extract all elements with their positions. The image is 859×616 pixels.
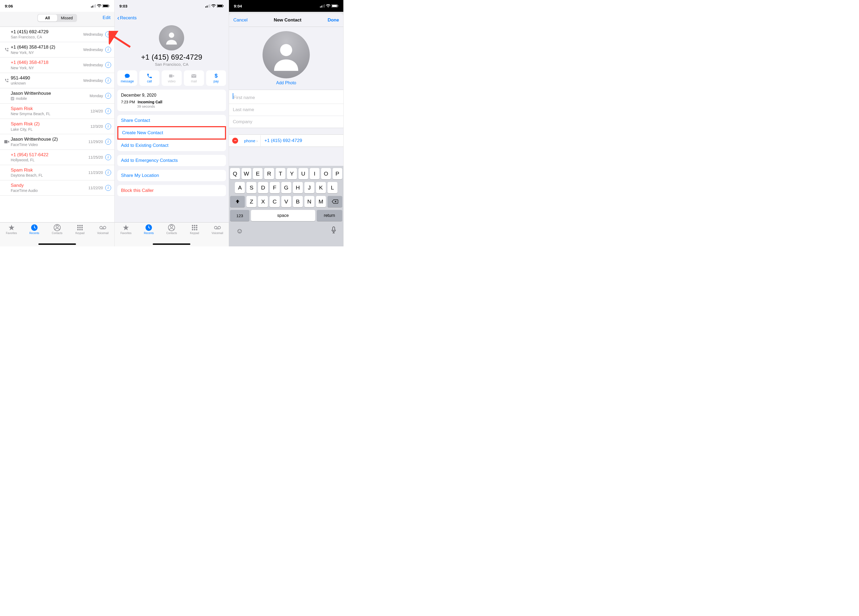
call-subtitle: unknown: [11, 81, 83, 86]
info-button[interactable]: i: [105, 185, 111, 191]
key-a[interactable]: A: [235, 182, 245, 193]
back-button[interactable]: ‹ Recents: [115, 12, 229, 24]
info-button[interactable]: i: [105, 47, 111, 53]
key-s[interactable]: S: [247, 182, 256, 193]
call-row[interactable]: Sandy FaceTime Audio 11/22/20 i: [0, 180, 114, 196]
avatar-placeholder-icon[interactable]: [262, 31, 310, 78]
key-k[interactable]: K: [316, 182, 326, 193]
tab-recents[interactable]: Recents: [139, 224, 158, 246]
key-l[interactable]: L: [328, 182, 337, 193]
call-row[interactable]: Spam Risk Daytona Beach, FL 11/23/20 i: [0, 165, 114, 180]
key-v[interactable]: V: [281, 196, 291, 207]
key-w[interactable]: W: [242, 168, 251, 179]
remove-phone-button[interactable]: −: [232, 138, 238, 143]
key-o[interactable]: O: [321, 168, 331, 179]
123-key[interactable]: 123: [230, 210, 249, 221]
share-location-button[interactable]: Share My Location: [117, 170, 226, 181]
tab-contacts[interactable]: Contacts: [162, 224, 181, 246]
share-contact-button[interactable]: Share Contact: [117, 115, 226, 126]
call-row[interactable]: Spam Risk (2) Lake City, FL 12/3/20 i: [0, 119, 114, 134]
key-r[interactable]: R: [264, 168, 274, 179]
key-n[interactable]: N: [305, 196, 314, 207]
call-info-card: December 9, 2020 7:23 PMIncoming Call 39…: [117, 90, 226, 111]
seg-all[interactable]: All: [38, 14, 57, 22]
home-indicator[interactable]: [38, 243, 76, 245]
block-caller-button[interactable]: Block this Caller: [117, 185, 226, 196]
info-button[interactable]: i: [105, 139, 111, 145]
edit-button[interactable]: Edit: [103, 15, 110, 20]
call-row[interactable]: +1 (954) 517-6422 Hollywood, FL 11/25/20…: [0, 150, 114, 165]
key-t[interactable]: T: [276, 168, 285, 179]
key-y[interactable]: Y: [287, 168, 297, 179]
key-z[interactable]: Z: [247, 196, 256, 207]
key-i[interactable]: I: [310, 168, 319, 179]
key-d[interactable]: D: [258, 182, 268, 193]
home-indicator[interactable]: [153, 243, 191, 245]
key-p[interactable]: P: [333, 168, 342, 179]
info-button[interactable]: i: [105, 108, 111, 114]
add-photo-button[interactable]: Add Photo: [229, 81, 343, 85]
last-name-field[interactable]: [229, 104, 343, 116]
emoji-key[interactable]: ☺: [236, 227, 243, 235]
recents-list[interactable]: +1 (415) 692-4729 San Francisco, CA Wedn…: [0, 27, 114, 196]
emergency-card: Add to Emergency Contacts: [117, 155, 226, 166]
tab-recents[interactable]: Recents: [25, 224, 44, 246]
call-row[interactable]: Spam Risk New Smyrna Beach, FL 12/4/20 i: [0, 104, 114, 119]
key-m[interactable]: M: [316, 196, 326, 207]
svg-rect-61: [333, 227, 335, 231]
call-row[interactable]: Jason Writtenhouse (2) FaceTime Video 11…: [0, 134, 114, 150]
tab-voicemail[interactable]: Voicemail: [208, 224, 227, 246]
dictate-key[interactable]: [331, 226, 336, 235]
pay-button[interactable]: $pay: [206, 70, 226, 86]
info-button[interactable]: i: [105, 170, 111, 176]
tab-contacts[interactable]: Contacts: [48, 224, 67, 246]
phone-value[interactable]: +1 (415) 692-4729: [261, 135, 343, 147]
key-g[interactable]: G: [281, 182, 291, 193]
key-q[interactable]: Q: [230, 168, 240, 179]
key-u[interactable]: U: [298, 168, 308, 179]
tab-keypad[interactable]: Keypad: [185, 224, 204, 246]
key-x[interactable]: X: [258, 196, 268, 207]
key-j[interactable]: J: [305, 182, 314, 193]
chevron-right-icon: ›: [256, 139, 258, 143]
company-field[interactable]: [229, 116, 343, 128]
call-subtitle: San Francisco, CA: [11, 35, 83, 39]
call-row[interactable]: +1 (646) 358-4718 (2) New York, NY Wedne…: [0, 42, 114, 58]
first-name-field[interactable]: [229, 90, 343, 104]
svg-point-40: [194, 225, 195, 226]
cancel-button[interactable]: Cancel: [233, 17, 247, 23]
tab-keypad[interactable]: Keypad: [70, 224, 89, 246]
tab-favorites[interactable]: Favorites: [2, 224, 21, 246]
key-b[interactable]: B: [293, 196, 303, 207]
create-new-contact-button[interactable]: Create New Contact: [117, 126, 226, 140]
call-row[interactable]: +1 (415) 692-4729 San Francisco, CA Wedn…: [0, 27, 114, 42]
seg-missed[interactable]: Missed: [57, 14, 77, 22]
info-button[interactable]: i: [105, 31, 111, 37]
key-c[interactable]: C: [270, 196, 280, 207]
delete-key[interactable]: [328, 196, 342, 207]
tab-voicemail[interactable]: Voicemail: [94, 224, 112, 246]
key-e[interactable]: E: [253, 168, 262, 179]
shift-key[interactable]: [230, 196, 245, 207]
call-row[interactable]: +1 (646) 358-4718 New York, NY Wednesday…: [0, 58, 114, 73]
call-button[interactable]: call: [139, 70, 159, 86]
call-subtitle: New York, NY: [11, 66, 83, 70]
call-time: 11/22/20: [88, 186, 103, 190]
message-button[interactable]: message: [117, 70, 137, 86]
space-key[interactable]: space: [251, 210, 315, 221]
return-key[interactable]: return: [317, 210, 342, 221]
info-button[interactable]: i: [105, 93, 111, 99]
info-button[interactable]: i: [105, 78, 111, 83]
done-button[interactable]: Done: [328, 17, 339, 23]
call-row[interactable]: 951-4490 unknown Wednesday i: [0, 73, 114, 88]
call-row[interactable]: Jason Writtenhouse mobile Monday i: [0, 88, 114, 104]
info-button[interactable]: i: [105, 123, 111, 129]
add-emergency-button[interactable]: Add to Emergency Contacts: [117, 155, 226, 166]
info-button[interactable]: i: [105, 154, 111, 160]
add-to-existing-button[interactable]: Add to Existing Contact: [117, 140, 226, 151]
info-button[interactable]: i: [105, 62, 111, 68]
key-h[interactable]: H: [293, 182, 303, 193]
phone-label-button[interactable]: phone›: [241, 135, 261, 146]
tab-favorites[interactable]: Favorites: [117, 224, 135, 246]
key-f[interactable]: F: [270, 182, 280, 193]
